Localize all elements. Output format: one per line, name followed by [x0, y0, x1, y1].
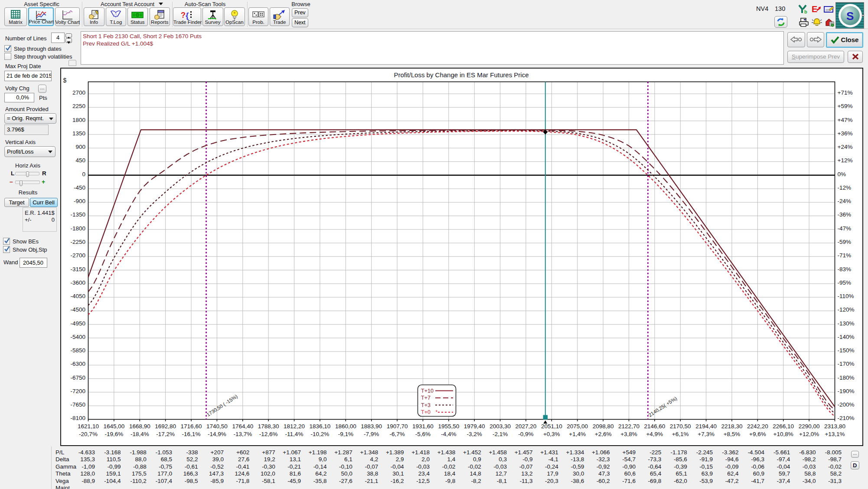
- svg-text:*: *: [436, 409, 438, 415]
